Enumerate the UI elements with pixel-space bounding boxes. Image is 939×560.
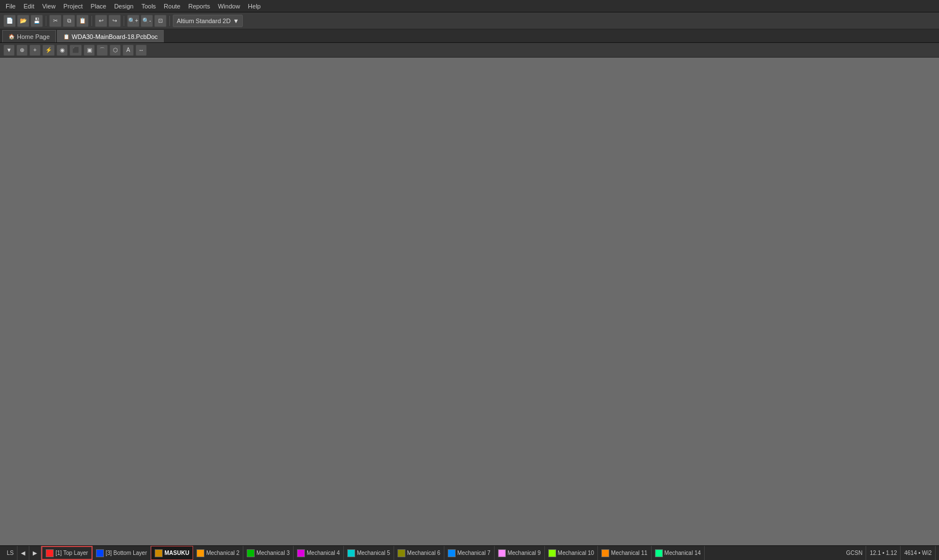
layer-mech10-swatch [548, 549, 556, 557]
fit-button[interactable]: ⊡ [154, 15, 167, 27]
layer-top-swatch [46, 549, 54, 557]
layer-mech4-label: Mechanical 4 [307, 550, 340, 556]
layer-mech3-swatch [247, 549, 255, 557]
menu-project[interactable]: Project [60, 2, 86, 11]
layer-mech3-label: Mechanical 3 [256, 550, 290, 556]
menu-route[interactable]: Route [160, 2, 184, 11]
interactive-router-button[interactable]: ⚡ [42, 45, 55, 56]
layer-mech5[interactable]: Mechanical 5 [344, 546, 394, 560]
cut-button[interactable]: ✂ [49, 15, 62, 27]
gcsn-label: GCSN [846, 550, 863, 556]
layer-mech4[interactable]: Mechanical 4 [294, 546, 344, 560]
menu-edit[interactable]: Edit [20, 2, 38, 11]
menu-tools[interactable]: Tools [138, 2, 159, 11]
via-button[interactable]: ◉ [56, 45, 68, 56]
string-button[interactable]: A [123, 45, 134, 56]
toolbar-separator-1 [46, 16, 46, 26]
net-inspector-button[interactable]: ⊕ [16, 45, 28, 56]
menu-items[interactable]: File Edit View Project Place Design Tool… [2, 2, 264, 11]
tab-pcb[interactable]: 📋 WDA30-MainBoard-18.PcbDoc [57, 30, 164, 42]
layer-mech2[interactable]: Mechanical 2 [193, 546, 243, 560]
layer-mech5-swatch [347, 549, 355, 557]
layer-mech14[interactable]: Mechanical 14 [652, 546, 705, 560]
tab-pcb-label: WDA30-MainBoard-18.PcbDoc [72, 33, 158, 40]
zoom-in-button[interactable]: 🔍+ [127, 15, 139, 27]
zoom-out-button[interactable]: 🔍- [141, 15, 153, 27]
layer-mech6[interactable]: Mechanical 6 [394, 546, 444, 560]
nav-next-icon: ▶ [33, 550, 37, 556]
dimension-button[interactable]: ↔ [136, 45, 147, 56]
layer-top-label: [1] Top Layer [55, 550, 88, 556]
toolbar-separator-2 [91, 16, 92, 26]
wifi-status: 4614 • Wi2 [901, 546, 936, 560]
layer-mech9-label: Mechanical 9 [508, 550, 541, 556]
menu-file[interactable]: File [2, 2, 19, 11]
layer-mech3[interactable]: Mechanical 3 [243, 546, 294, 560]
tab-bar: 🏠 Home Page 📋 WDA30-MainBoard-18.PcbDoc [0, 29, 939, 43]
status-bar: LS ◀ ▶ [1] Top Layer [3] Bottom Layer MA… [0, 545, 939, 560]
view-mode-label: Altium Standard 2D [177, 18, 230, 24]
layer-mech4-swatch [297, 549, 305, 557]
layer-mech6-swatch [398, 549, 405, 557]
undo-button[interactable]: ↩ [95, 15, 107, 27]
layer-mech11-label: Mechanical 11 [611, 550, 647, 556]
open-button[interactable]: 📂 [17, 15, 29, 27]
coordinates-label: 12.1 • 1.12 [870, 550, 897, 556]
layer-mech11[interactable]: Mechanical 11 [598, 546, 651, 560]
layer-mech7-label: Mechanical 7 [457, 550, 491, 556]
arc-button[interactable]: ⌒ [97, 45, 108, 56]
toolbar-separator-4 [169, 16, 170, 26]
redo-button[interactable]: ↪ [108, 15, 121, 27]
layer-bottom-label: [3] Bottom Layer [106, 550, 147, 556]
menu-help[interactable]: Help [244, 2, 264, 11]
layer-masuku-label: MASUKU [164, 550, 189, 556]
filter-button[interactable]: ▼ [3, 45, 15, 56]
paste-button[interactable]: 📋 [76, 15, 89, 27]
menu-view[interactable]: View [39, 2, 59, 11]
nav-prev-button[interactable]: ◀ [18, 546, 29, 560]
layer-mech10-label: Mechanical 10 [558, 550, 594, 556]
layer-mech2-swatch [196, 549, 204, 557]
nav-prev-icon: ◀ [21, 550, 25, 556]
nav-next-button[interactable]: ▶ [29, 546, 41, 560]
home-icon: 🏠 [8, 34, 15, 40]
add-track-button[interactable]: + [29, 45, 41, 56]
menu-reports[interactable]: Reports [185, 2, 213, 11]
layer-toolbar: ▼ ⊕ + ⚡ ◉ ⬛ ▣ ⌒ ⬡ A ↔ [0, 43, 939, 58]
ls-button[interactable]: LS [3, 546, 18, 560]
layer-mech5-label: Mechanical 5 [357, 550, 390, 556]
menu-design[interactable]: Design [111, 2, 137, 11]
menu-bar: File Edit View Project Place Design Tool… [0, 0, 939, 12]
layer-mech9-swatch [498, 549, 506, 557]
gcsn-status: GCSN [843, 546, 867, 560]
tab-home-label: Home Page [17, 33, 50, 40]
component-button[interactable]: ▣ [84, 45, 95, 56]
layer-bottom-swatch [96, 549, 104, 557]
layer-bottom[interactable]: [3] Bottom Layer [93, 546, 151, 560]
main-toolbar: 📄 📂 💾 ✂ ⧉ 📋 ↩ ↪ 🔍+ 🔍- ⊡ Altium Standard … [0, 12, 939, 29]
menu-place[interactable]: Place [88, 2, 110, 11]
layer-mech10[interactable]: Mechanical 10 [545, 546, 598, 560]
dropdown-arrow-icon: ▼ [233, 18, 239, 24]
view-mode-dropdown[interactable]: Altium Standard 2D ▼ [173, 15, 243, 27]
toolbar-separator-3 [124, 16, 124, 26]
layer-masuku-swatch [155, 549, 163, 557]
copy-button[interactable]: ⧉ [63, 15, 75, 27]
layer-mech14-swatch [655, 549, 663, 557]
layer-mech9[interactable]: Mechanical 9 [495, 546, 545, 560]
wifi-label: 4614 • Wi2 [904, 550, 932, 556]
layer-mech11-swatch [601, 549, 609, 557]
layer-mech7-swatch [448, 549, 456, 557]
pad-button[interactable]: ⬛ [69, 45, 82, 56]
layer-mech7[interactable]: Mechanical 7 [444, 546, 495, 560]
polygon-button[interactable]: ⬡ [110, 45, 121, 56]
layer-top[interactable]: [1] Top Layer [41, 546, 93, 560]
pcb-icon: 📋 [63, 34, 69, 40]
layer-mech14-label: Mechanical 14 [665, 550, 701, 556]
layer-masuku[interactable]: MASUKU [151, 546, 193, 560]
new-button[interactable]: 📄 [3, 15, 16, 27]
tab-home[interactable]: 🏠 Home Page [2, 30, 56, 42]
layer-mech6-label: Mechanical 6 [407, 550, 440, 556]
menu-window[interactable]: Window [215, 2, 243, 11]
save-button[interactable]: 💾 [30, 15, 43, 27]
